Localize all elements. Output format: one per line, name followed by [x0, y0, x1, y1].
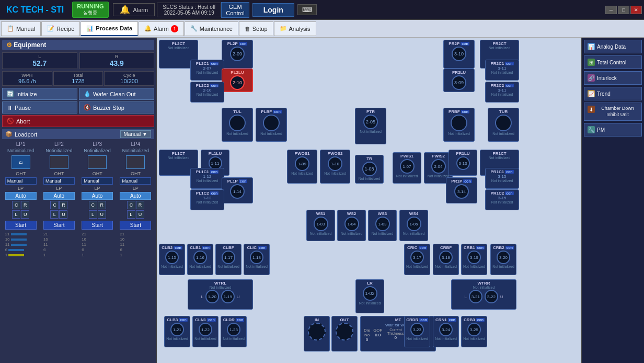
- clbf-cell[interactable]: CLBF 1-17 Not initialized: [215, 244, 242, 275]
- lp1-l-button[interactable]: L: [12, 210, 20, 219]
- loadport-manual-button[interactable]: Manual ▼: [120, 130, 152, 138]
- cln1-cell[interactable]: CLN1con 1-22 Not initialized: [192, 316, 218, 347]
- lp3-r-button[interactable]: R: [98, 201, 106, 209]
- lp3-l-button[interactable]: L: [89, 210, 97, 219]
- wafer-clean-out-button[interactable]: 💧 Wafer Clean Out: [79, 88, 154, 100]
- tr-cell[interactable]: TR 1-08 Not initialized: [355, 155, 384, 184]
- lp1-auto-button[interactable]: Auto: [5, 192, 37, 200]
- pr1c1-cell[interactable]: PR1C1con 3-15 Not initialized: [485, 168, 519, 189]
- cric-cell[interactable]: CRICcon 3-17 Not Initialized: [404, 244, 430, 275]
- maximize-button[interactable]: □: [618, 6, 629, 14]
- recipe-button[interactable]: 📝 Recipe: [41, 21, 80, 36]
- lp2-l-button[interactable]: L: [50, 210, 59, 219]
- alarm-header-area[interactable]: 🔔 Alarm: [113, 3, 155, 16]
- wtrr-cell[interactable]: WTRR Not initialized L 3-21 3-22 U: [451, 279, 516, 310]
- crb2-cell[interactable]: CRB2con 3-20 Not initialized: [490, 244, 516, 275]
- lp4-r-button[interactable]: R: [136, 201, 144, 209]
- chamber-down-button[interactable]: ⬇ Chamber Down Inhibit Unit: [584, 103, 642, 121]
- ws2-cell[interactable]: WS2 1-04 Not initialized: [337, 210, 366, 241]
- in-cell[interactable]: IN: [304, 316, 330, 351]
- interlock-button[interactable]: 🔗 Interlock: [584, 71, 642, 85]
- lp2-r-button[interactable]: R: [59, 201, 67, 209]
- crdr-cell[interactable]: CRDRcon 3-23 Not initialized: [404, 316, 430, 347]
- pr2c1-cell[interactable]: PR2C1con 3-11 Not initialized: [485, 60, 519, 81]
- pl1p-cell[interactable]: PL1Pcon 1-14: [222, 177, 253, 203]
- lp4-auto-button[interactable]: Auto: [120, 192, 151, 200]
- lp4-oht-input[interactable]: [120, 177, 151, 185]
- lp1-r-button[interactable]: R: [21, 201, 29, 209]
- buzzer-stop-button[interactable]: 🔇 Buzzer Stop: [79, 101, 154, 114]
- prbf-cell[interactable]: PRBFcon Not initialized: [443, 108, 475, 142]
- pl2lu-cell[interactable]: PL2LU 2-10: [222, 69, 253, 92]
- lp4-u-button[interactable]: U: [136, 210, 144, 219]
- lp2-start-button[interactable]: Start: [43, 221, 75, 230]
- pl1c1-cell[interactable]: PL1C1con 1-12 Not initialized: [190, 168, 224, 189]
- gem-control-button[interactable]: GEMControl: [221, 2, 249, 18]
- maintenance-button[interactable]: 🔧 Maintenance: [185, 21, 238, 36]
- tur-cell[interactable]: TUR Not initialized: [488, 108, 519, 142]
- lp1-oht-input[interactable]: [5, 177, 37, 185]
- analysis-button[interactable]: 📁 Analysis: [274, 21, 316, 36]
- pr1c2-cell[interactable]: PR1C2con 3-15 Not initialized: [485, 189, 519, 210]
- pwos1-cell[interactable]: PWOS1 1-09 Not initialized: [287, 150, 317, 184]
- process-data-button[interactable]: 📊 Process Data: [80, 21, 138, 36]
- cldr-cell[interactable]: CLDRcon 1-23 Not initialized: [221, 316, 247, 347]
- pl2p-cell[interactable]: PL2Pcon 2-09: [222, 40, 253, 69]
- analog-data-button[interactable]: 📊 Analog Data: [584, 40, 642, 53]
- trend-button[interactable]: 📈 Trend: [584, 87, 642, 100]
- pwis1-cell[interactable]: PWIS1 1-07 Not initialized: [393, 152, 421, 184]
- lp4-start-button[interactable]: Start: [120, 221, 151, 230]
- pr1lu-cell[interactable]: PR1LU 3-13: [448, 150, 477, 176]
- initialize-button[interactable]: 🔄 Initialize: [2, 88, 77, 100]
- ws4-cell[interactable]: WS4 1-06 Not initialized: [399, 210, 428, 241]
- ws3-cell[interactable]: WS3 1-03 Not initialized: [368, 210, 397, 241]
- pause-button[interactable]: ⏸ Pause: [2, 101, 77, 114]
- lp1-c-button[interactable]: C: [12, 201, 20, 209]
- crn1-cell[interactable]: CRN1con 3-24 Not initialized: [433, 316, 459, 347]
- lp2-u-button[interactable]: U: [59, 210, 67, 219]
- lp1-start-button[interactable]: Start: [5, 221, 37, 230]
- pr1p-cell[interactable]: PR1Pcon 3-14: [446, 177, 477, 203]
- out-cell[interactable]: OUT: [331, 316, 358, 351]
- pr2lu-cell[interactable]: PR2LU 3-09: [443, 69, 475, 92]
- close-button[interactable]: ✕: [630, 6, 642, 14]
- lp2-c-button[interactable]: C: [50, 201, 59, 209]
- lr-cell[interactable]: LR 1-02 Not initialized: [355, 279, 384, 313]
- login-button[interactable]: Login: [252, 3, 294, 17]
- plbf-cell[interactable]: PLBFcon Not initialized: [256, 108, 287, 142]
- clb1-cell[interactable]: CLB1con 1-16 Not initialized: [187, 244, 213, 275]
- crbf-cell[interactable]: CRBF 3-18 Not initialized: [433, 244, 459, 275]
- pr2p-cell[interactable]: PR2Pcon 3-10: [443, 40, 475, 69]
- wtrl-cell[interactable]: WTRL Not initialized L 1-20 1-19 U: [188, 279, 253, 310]
- abort-button[interactable]: 🚫 Abort: [2, 115, 154, 127]
- keyboard-button[interactable]: ⌨: [297, 4, 317, 15]
- lp4-c-button[interactable]: C: [127, 201, 135, 209]
- lp3-oht-input[interactable]: [82, 177, 113, 185]
- clb2-cell[interactable]: CLB2con 1-15 Not initialized: [159, 244, 185, 275]
- minimize-button[interactable]: ─: [605, 6, 617, 14]
- clic-cell[interactable]: CLICcon 1-18 Not initialized: [244, 244, 270, 275]
- lp3-u-button[interactable]: U: [98, 210, 106, 219]
- lp3-auto-button[interactable]: Auto: [82, 192, 113, 200]
- ws1-cell[interactable]: WS1 1-03 Not initialized: [306, 210, 335, 241]
- tul-cell[interactable]: TUL Not initialized: [222, 108, 253, 142]
- lp3-start-button[interactable]: Start: [82, 221, 113, 230]
- crb3-cell[interactable]: CRB3con 3-25 Not initialized: [461, 316, 487, 347]
- pm-button[interactable]: 🔧 PM: [584, 123, 642, 137]
- pr2c2-cell[interactable]: PR2C2con 3-11 Not initialized: [485, 82, 519, 103]
- lp4-l-button[interactable]: L: [127, 210, 135, 219]
- setup-button[interactable]: 🗑 Setup: [239, 21, 273, 36]
- lp3-c-button[interactable]: C: [89, 201, 97, 209]
- lp2-auto-button[interactable]: Auto: [43, 192, 75, 200]
- pl2c2-cell[interactable]: PL2C2con 2-10 Not initialized: [190, 82, 224, 103]
- manual-button[interactable]: 📋 Manual: [1, 21, 41, 36]
- clb3-cell[interactable]: CLB3con 1-21 Not initialized: [164, 316, 190, 347]
- pl2c1-cell[interactable]: PL2C1con 2-07 Not initialized: [190, 60, 224, 81]
- ptr-cell[interactable]: PTR 2-05 Not initialized: [355, 108, 386, 144]
- alarm-button[interactable]: 🔔 Alarm 1: [139, 21, 184, 36]
- lp2-oht-input[interactable]: [43, 177, 75, 185]
- crb1-cell[interactable]: CRB1con 3-19 Not Initialized: [461, 244, 487, 275]
- total-control-button[interactable]: ⊞ Total Control: [584, 55, 642, 69]
- pl1c2-cell[interactable]: PL1C2con 1-12 Not initialized: [190, 189, 224, 210]
- pwos2-cell[interactable]: PWOS2 1-10 Not initialized: [320, 150, 350, 184]
